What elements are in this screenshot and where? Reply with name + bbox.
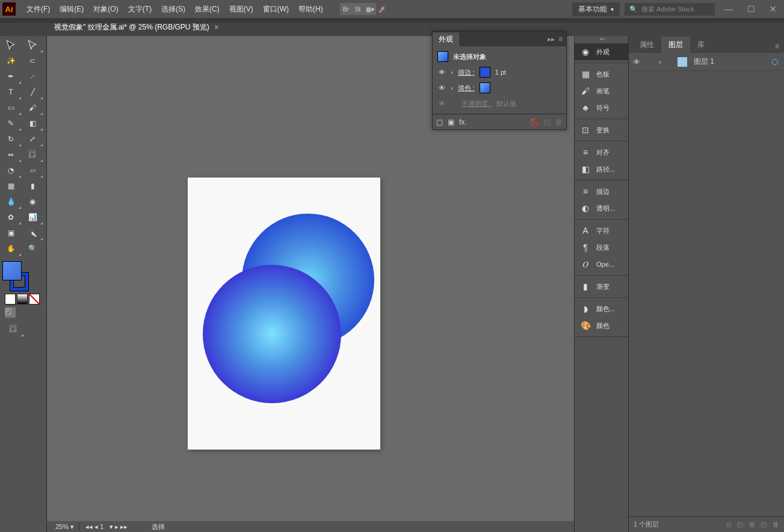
- fx-button[interactable]: fx.: [459, 118, 467, 126]
- new-layer-icon[interactable]: ◰: [761, 521, 767, 528]
- menu-view[interactable]: 视图(V): [224, 4, 258, 14]
- width-tool[interactable]: ⇔: [0, 147, 22, 162]
- color-mode-solid[interactable]: [5, 294, 16, 305]
- dock-appearance[interactable]: ◉外观: [575, 43, 628, 60]
- mesh-tool[interactable]: ▦: [0, 178, 22, 194]
- gradient-tool[interactable]: ▮: [22, 178, 43, 194]
- dock-align[interactable]: ≡对齐: [575, 144, 628, 161]
- artboard-tool[interactable]: ▣: [0, 225, 22, 241]
- dock-brushes[interactable]: 🖌画笔: [575, 82, 628, 99]
- magic-wand-tool[interactable]: ✨: [0, 53, 22, 69]
- pen-tool[interactable]: ✒: [0, 69, 22, 84]
- dock-stroke[interactable]: ≡描边: [575, 183, 628, 200]
- dock-pathfinder[interactable]: ◧路径...: [575, 161, 628, 178]
- shaper-tool[interactable]: ✎: [0, 116, 22, 131]
- color-mode-gradient[interactable]: [17, 294, 28, 305]
- menu-select[interactable]: 选择(S): [156, 4, 190, 14]
- layer-item[interactable]: 👁 › 图层 1: [629, 53, 784, 71]
- menu-help[interactable]: 帮助(H): [294, 4, 328, 14]
- new-stroke-icon[interactable]: ▢: [436, 118, 443, 126]
- panel-menu-icon[interactable]: ≡: [770, 40, 784, 53]
- scale-tool[interactable]: ⤢: [22, 131, 43, 147]
- dock-collapse[interactable]: ◂◂: [575, 36, 628, 41]
- workspace-switcher[interactable]: 基本功能▾: [572, 2, 620, 16]
- dock-opentype[interactable]: 𝑂Ope...: [575, 256, 628, 273]
- visibility-icon[interactable]: 👁: [437, 68, 446, 76]
- expand-icon[interactable]: ›: [451, 69, 453, 76]
- selection-tool[interactable]: [0, 37, 22, 53]
- opacity-value[interactable]: 默认值: [496, 99, 516, 108]
- stroke-color-swatch[interactable]: [480, 67, 490, 78]
- visibility-icon[interactable]: 👁: [437, 99, 446, 108]
- hand-tool[interactable]: ✋: [0, 241, 22, 256]
- fill-color-swatch[interactable]: [480, 82, 490, 93]
- eyedropper-tool[interactable]: 💧: [0, 194, 22, 209]
- zoom-tool[interactable]: 🔍: [22, 241, 43, 256]
- new-sublayer-icon[interactable]: ⊞: [749, 521, 755, 528]
- clear-icon[interactable]: 🚫: [530, 118, 539, 126]
- eraser-tool[interactable]: ◧: [22, 116, 43, 131]
- tab-libraries[interactable]: 库: [690, 37, 712, 53]
- perspective-tool[interactable]: ▱: [22, 162, 43, 178]
- direct-selection-tool[interactable]: [22, 37, 43, 53]
- panel-menu-icon[interactable]: ≡: [558, 35, 563, 43]
- dock-swatches[interactable]: ▦色板: [575, 66, 628, 82]
- search-input[interactable]: 🔍 搜索 Adobe Stock: [625, 3, 715, 16]
- line-tool[interactable]: ╱: [22, 84, 43, 100]
- visibility-icon[interactable]: 👁: [437, 84, 446, 92]
- duplicate-icon[interactable]: ◰: [544, 118, 551, 126]
- appearance-tab[interactable]: 外观: [433, 32, 459, 46]
- dock-colorguide[interactable]: ◗颜色...: [575, 300, 628, 317]
- gpu-icon[interactable]: 🚀: [376, 3, 388, 15]
- panel-collapse-icon[interactable]: ▸▸: [548, 35, 555, 43]
- slice-tool[interactable]: 🔪: [22, 225, 43, 241]
- fill-label[interactable]: 填色 :: [458, 84, 475, 93]
- window-minimize[interactable]: —: [720, 4, 738, 14]
- lasso-tool[interactable]: ⊂: [22, 53, 43, 69]
- tab-layers[interactable]: 图层: [661, 37, 690, 53]
- dock-character[interactable]: A字符: [575, 222, 628, 239]
- fill-swatch[interactable]: [2, 261, 22, 280]
- close-tab-icon[interactable]: ×: [214, 22, 219, 32]
- symbol-sprayer-tool[interactable]: ✿: [0, 209, 22, 225]
- delete-icon[interactable]: 🗑: [555, 118, 563, 126]
- dock-symbols[interactable]: ♣符号: [575, 99, 628, 116]
- curvature-tool[interactable]: ⟋: [22, 69, 43, 84]
- layer-target-icon[interactable]: [772, 59, 778, 65]
- paintbrush-tool[interactable]: 🖌: [22, 100, 43, 116]
- rotate-tool[interactable]: ↻: [0, 131, 22, 147]
- opacity-label[interactable]: 不透明度 :: [461, 99, 492, 108]
- document-tab[interactable]: 视觉假象" 纹理金属.ai* @ 25% (RGB/GPU 预览) ×: [49, 22, 224, 32]
- type-tool[interactable]: T: [0, 84, 22, 100]
- dock-transform[interactable]: ⊡变换: [575, 122, 628, 138]
- dock-color[interactable]: 🎨颜色: [575, 317, 628, 334]
- dock-paragraph[interactable]: ¶段落: [575, 239, 628, 256]
- stock-icon[interactable]: St: [352, 3, 364, 15]
- delete-layer-icon[interactable]: 🗑: [773, 521, 779, 528]
- expand-icon[interactable]: ›: [659, 58, 671, 66]
- expand-icon[interactable]: ›: [451, 84, 453, 91]
- stroke-weight[interactable]: 1 pt: [495, 69, 506, 76]
- shape-builder-tool[interactable]: ◔: [0, 162, 22, 178]
- stroke-label[interactable]: 描边 :: [458, 68, 475, 77]
- color-mode-none[interactable]: [29, 294, 40, 305]
- free-transform-tool[interactable]: ⿴: [22, 147, 43, 162]
- menu-effect[interactable]: 效果(C): [190, 4, 224, 14]
- draw-mode[interactable]: ◰: [5, 307, 16, 318]
- menu-file[interactable]: 文件(F): [22, 4, 55, 14]
- rectangle-tool[interactable]: ▭: [0, 100, 22, 116]
- clip-mask-icon[interactable]: ◰: [737, 521, 743, 528]
- menu-window[interactable]: 窗口(W): [258, 4, 294, 14]
- new-fill-icon[interactable]: ▣: [448, 118, 454, 126]
- locate-icon[interactable]: ⎙: [727, 521, 731, 528]
- dock-transparency[interactable]: ◐透明...: [575, 200, 628, 217]
- dock-gradient[interactable]: ▮渐变: [575, 278, 628, 295]
- zoom-level[interactable]: 25% ▾: [51, 523, 79, 531]
- tab-properties[interactable]: 属性: [632, 37, 661, 53]
- fill-stroke-swatches[interactable]: ◰ ⿴: [0, 260, 46, 338]
- page-nav[interactable]: ◂◂ ◂ 1 ▾ ▸ ▸▸: [85, 523, 128, 531]
- window-close[interactable]: ✕: [765, 4, 782, 14]
- layer-name[interactable]: 图层 1: [694, 57, 714, 67]
- arrange-icon[interactable]: ▦▾: [364, 3, 376, 15]
- graph-tool[interactable]: 📊: [22, 209, 43, 225]
